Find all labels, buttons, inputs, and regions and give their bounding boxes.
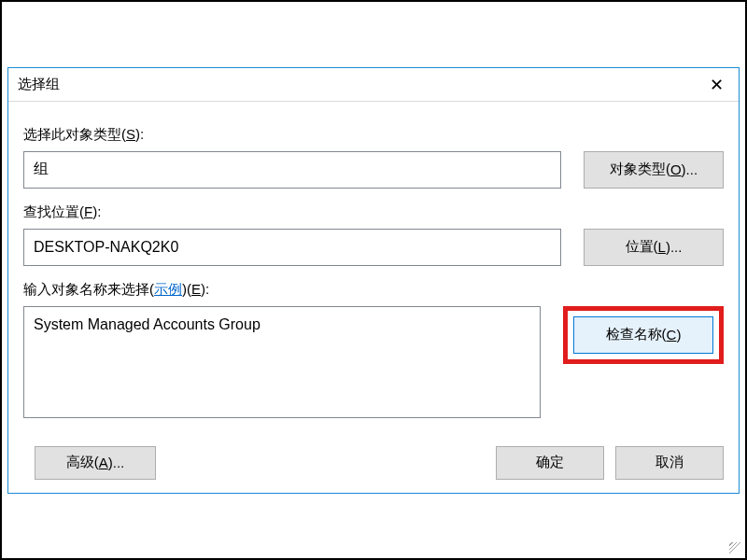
select-group-dialog: 选择组 ✕ 选择此对象类型(S): 组 对象类型(O)... 查找位置(F): bbox=[7, 67, 740, 494]
object-names-input[interactable]: System Managed Accounts Group bbox=[23, 306, 541, 418]
object-type-row: 组 对象类型(O)... bbox=[23, 151, 724, 189]
object-type-value: 组 bbox=[34, 160, 49, 179]
ok-button[interactable]: 确定 bbox=[496, 446, 604, 480]
window-frame: 选择组 ✕ 选择此对象类型(S): 组 对象类型(O)... 查找位置(F): bbox=[0, 0, 747, 560]
cancel-button[interactable]: 取消 bbox=[615, 446, 724, 480]
location-value: DESKTOP-NAKQ2K0 bbox=[34, 239, 178, 256]
location-label: 查找位置(F): bbox=[23, 203, 724, 221]
object-names-value: System Managed Accounts Group bbox=[34, 316, 261, 333]
titlebar: 选择组 ✕ bbox=[8, 68, 739, 102]
object-names-row: System Managed Accounts Group 检查名称(C) bbox=[23, 306, 724, 418]
dialog-footer: 高级(A)... 确定 取消 bbox=[23, 446, 724, 480]
resize-grip-icon[interactable] bbox=[729, 542, 742, 555]
dialog-content: 选择此对象类型(S): 组 对象类型(O)... 查找位置(F): DESKTO… bbox=[8, 102, 739, 493]
object-types-button[interactable]: 对象类型(O)... bbox=[584, 151, 724, 189]
object-type-field: 组 bbox=[23, 151, 561, 189]
close-icon: ✕ bbox=[710, 75, 724, 95]
object-names-label: 输入对象名称来选择(示例)(E): bbox=[23, 281, 724, 299]
locations-button[interactable]: 位置(L)... bbox=[584, 229, 724, 266]
check-names-button[interactable]: 检查名称(C) bbox=[573, 316, 713, 354]
dialog-title: 选择组 bbox=[18, 76, 60, 93]
check-names-highlight: 检查名称(C) bbox=[563, 306, 724, 364]
advanced-button[interactable]: 高级(A)... bbox=[35, 446, 156, 480]
location-field: DESKTOP-NAKQ2K0 bbox=[23, 229, 561, 266]
location-row: DESKTOP-NAKQ2K0 位置(L)... bbox=[23, 229, 724, 266]
example-link[interactable]: 示例 bbox=[154, 281, 182, 297]
close-button[interactable]: ✕ bbox=[694, 68, 739, 102]
object-type-label: 选择此对象类型(S): bbox=[23, 126, 724, 144]
